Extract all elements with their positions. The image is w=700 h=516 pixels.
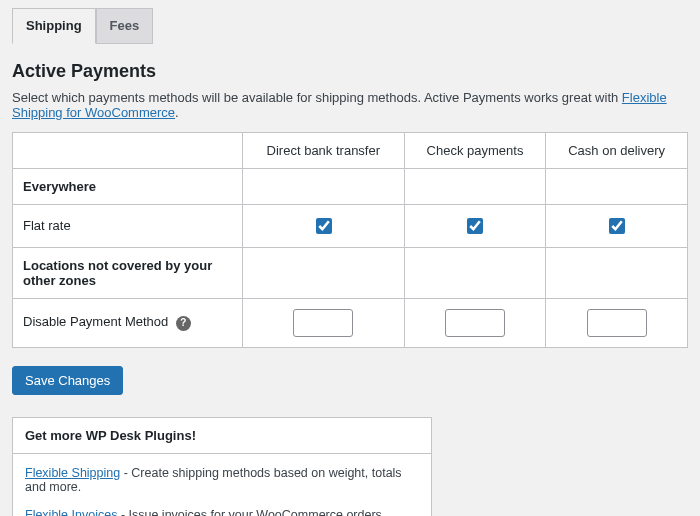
- chk-flat-rate-direct-bank[interactable]: [316, 218, 332, 234]
- col-corner: [13, 132, 243, 168]
- promo-box: Get more WP Desk Plugins! Flexible Shipp…: [12, 417, 432, 517]
- row-not-covered: Locations not covered by your other zone…: [13, 247, 688, 298]
- intro-suffix: .: [175, 105, 179, 120]
- intro-text: Select which payments methods will be av…: [12, 90, 688, 120]
- tab-shipping[interactable]: Shipping: [12, 8, 96, 44]
- promo-title: Get more WP Desk Plugins!: [13, 418, 431, 454]
- row-flat-rate-label: Flat rate: [13, 204, 243, 247]
- col-check: Check payments: [404, 132, 546, 168]
- promo-link-shipping[interactable]: Flexible Shipping: [25, 466, 120, 480]
- row-everywhere: Everywhere: [13, 168, 688, 204]
- settings-tabs: Shipping Fees: [12, 0, 688, 44]
- disable-input-direct-bank[interactable]: [293, 309, 353, 337]
- payments-matrix: Direct bank transfer Check payments Cash…: [12, 132, 688, 348]
- intro-prefix: Select which payments methods will be av…: [12, 90, 622, 105]
- col-cod: Cash on delivery: [546, 132, 688, 168]
- row-disable-label: Disable Payment Method ?: [13, 298, 243, 347]
- chk-flat-rate-check[interactable]: [467, 218, 483, 234]
- promo-link-invoices[interactable]: Flexible Invoices: [25, 508, 117, 517]
- help-icon[interactable]: ?: [176, 316, 191, 331]
- promo-item-shipping: Flexible Shipping - Create shipping meth…: [25, 466, 419, 494]
- row-flat-rate: Flat rate: [13, 204, 688, 247]
- col-direct-bank: Direct bank transfer: [243, 132, 405, 168]
- chk-flat-rate-cod[interactable]: [609, 218, 625, 234]
- page-title: Active Payments: [12, 61, 688, 82]
- row-disable: Disable Payment Method ?: [13, 298, 688, 347]
- row-disable-text: Disable Payment Method: [23, 314, 168, 329]
- promo-desc-invoices: - Issue invoices for your WooCommerce or…: [117, 508, 385, 517]
- disable-input-cod[interactable]: [587, 309, 647, 337]
- disable-input-check[interactable]: [445, 309, 505, 337]
- save-button[interactable]: Save Changes: [12, 366, 123, 395]
- row-everywhere-label: Everywhere: [13, 168, 243, 204]
- row-not-covered-label: Locations not covered by your other zone…: [13, 247, 243, 298]
- promo-item-invoices: Flexible Invoices - Issue invoices for y…: [25, 508, 419, 517]
- tab-fees[interactable]: Fees: [96, 8, 154, 44]
